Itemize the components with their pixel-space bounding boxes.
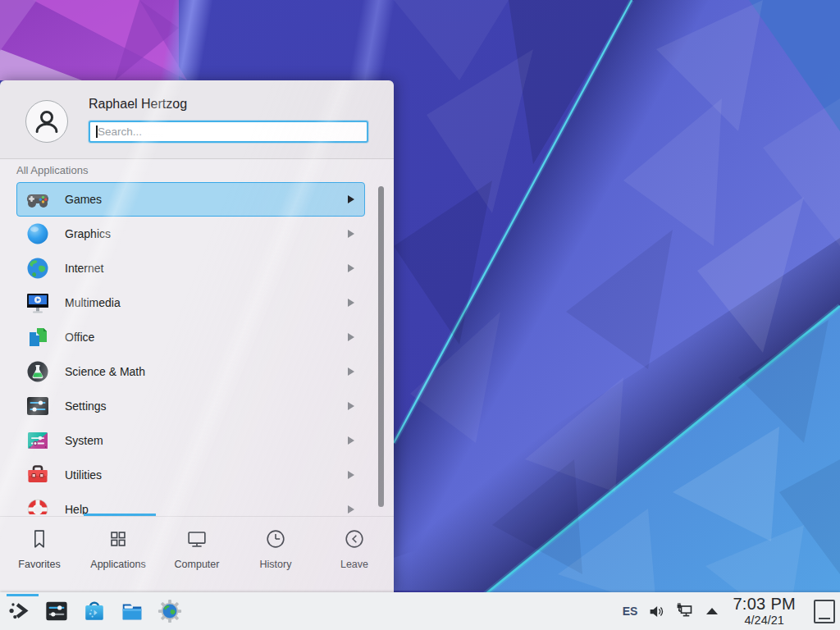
- category-item[interactable]: Multimedia: [16, 285, 365, 320]
- user-avatar[interactable]: [25, 100, 68, 143]
- category-item[interactable]: Graphics: [16, 217, 365, 251]
- system-settings-icon: [44, 599, 69, 623]
- category-item[interactable]: Help: [16, 492, 365, 514]
- speaker-icon: [648, 603, 665, 620]
- pinned-app-button[interactable]: [158, 599, 182, 623]
- tab-bar: Favorites Applications Computer History …: [0, 517, 394, 592]
- search-input[interactable]: [90, 122, 367, 141]
- science-flask-icon: [25, 358, 51, 385]
- tab-computer[interactable]: Computer: [158, 517, 236, 592]
- text-caret: [96, 126, 98, 138]
- utilities-toolbox-icon: [25, 462, 51, 488]
- tab-history[interactable]: History: [236, 517, 315, 592]
- globe-icon: [25, 255, 51, 281]
- user-icon: [30, 105, 63, 138]
- category-item[interactable]: System: [16, 423, 365, 458]
- tray-expander-caret-up-icon[interactable]: [706, 608, 718, 614]
- submenu-arrow-icon: [348, 264, 354, 272]
- submenu-arrow-icon: [348, 436, 354, 445]
- application-launcher-popup: Raphael Hertzog All Applications Games G…: [0, 80, 394, 592]
- taskbar: ES 7:03 PM 4/24/21: [0, 592, 840, 630]
- submenu-arrow-icon: [348, 195, 354, 203]
- clock-icon: [263, 527, 288, 551]
- submenu-arrow-icon: [348, 505, 354, 514]
- header-separator: [0, 158, 394, 159]
- graphics-sphere-icon: [25, 221, 51, 247]
- submenu-arrow-icon: [348, 471, 354, 479]
- kickoff-icon: [7, 599, 31, 623]
- leave-icon: [342, 527, 367, 551]
- multimedia-icon: [25, 290, 51, 316]
- category-item[interactable]: Settings: [16, 389, 365, 423]
- category-item[interactable]: Utilities: [16, 458, 365, 492]
- network-icon: [675, 601, 695, 621]
- monitor-icon: [185, 527, 209, 551]
- pinned-app-button[interactable]: [120, 599, 144, 623]
- grid-icon: [106, 527, 130, 551]
- app-launcher-button[interactable]: [3, 592, 39, 630]
- digital-clock[interactable]: 7:03 PM 4/24/21: [733, 596, 796, 627]
- submenu-arrow-icon: [348, 299, 354, 307]
- submenu-arrow-icon: [348, 230, 354, 238]
- submenu-arrow-icon: [348, 402, 354, 410]
- pinned-app-button[interactable]: [44, 599, 69, 623]
- submenu-arrow-icon: [348, 368, 354, 376]
- user-name: Raphael Hertzog: [89, 97, 187, 112]
- pinned-app-button[interactable]: [82, 599, 107, 623]
- pinned-apps: [44, 599, 182, 623]
- category-item[interactable]: Internet: [16, 251, 365, 285]
- discover-bag-icon: [82, 599, 107, 623]
- help-lifebuoy-icon: [25, 496, 51, 514]
- search-field[interactable]: [89, 121, 368, 143]
- scrollbar[interactable]: [378, 186, 384, 507]
- bookmark-icon: [27, 527, 52, 551]
- system-tray: ES 7:03 PM 4/24/21: [617, 592, 835, 630]
- tab-favorites[interactable]: Favorites: [0, 517, 79, 592]
- settings-sliders-icon: [25, 393, 51, 419]
- globe-gear-icon: [158, 599, 182, 623]
- file-manager-folder-icon: [120, 599, 144, 623]
- tab-applications[interactable]: Applications: [79, 517, 158, 592]
- submenu-arrow-icon: [348, 333, 354, 341]
- clock-date: 4/24/21: [733, 614, 796, 627]
- category-item[interactable]: Science & Math: [16, 354, 365, 389]
- launcher-active-indicator: [7, 594, 39, 596]
- keyboard-layout-indicator[interactable]: ES: [617, 605, 644, 618]
- tab-leave[interactable]: Leave: [315, 517, 394, 592]
- show-desktop-button[interactable]: [814, 600, 835, 623]
- section-label: All Applications: [16, 164, 88, 176]
- volume-button[interactable]: [643, 603, 670, 620]
- gamepad-icon: [25, 186, 51, 212]
- network-button[interactable]: [670, 601, 700, 621]
- clock-time: 7:03 PM: [733, 596, 796, 612]
- office-icon: [25, 324, 51, 350]
- system-icon: [25, 427, 51, 454]
- category-list: Games Graphics Internet Multimedia Offic…: [0, 182, 394, 514]
- category-item[interactable]: Games: [16, 182, 365, 217]
- category-item[interactable]: Office: [16, 320, 365, 354]
